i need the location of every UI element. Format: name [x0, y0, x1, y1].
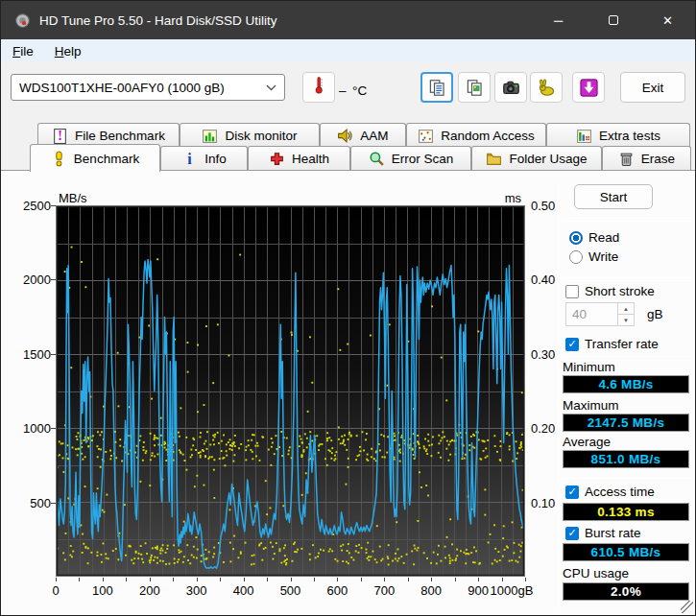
menu-help[interactable]: Help — [45, 42, 91, 60]
separator — [563, 356, 691, 357]
copy-image-button[interactable] — [458, 72, 491, 103]
x-tick-mark — [267, 578, 268, 581]
download-arrow-icon — [580, 79, 598, 97]
tab-label: File Benchmark — [75, 129, 165, 143]
x-tick-mark — [173, 578, 174, 581]
tab-strip: !File BenchmarkDisk monitorAAMRandom Acc… — [1, 118, 695, 170]
y-left-tick-label: 1500 — [12, 347, 51, 362]
temperature-button[interactable] — [302, 72, 335, 103]
save-results-button[interactable] — [572, 72, 605, 103]
app-window: HD Tune Pro 5.50 - Hard Disk/SSD Utility… — [0, 0, 696, 616]
write-radio[interactable]: Write — [569, 249, 618, 264]
panel-separator — [558, 181, 559, 611]
write-radio-circle[interactable] — [569, 250, 583, 264]
x-tick-mark — [150, 578, 151, 581]
minimum-value: 4.6 MB/s — [563, 375, 689, 393]
read-radio-label: Read — [588, 230, 619, 245]
resize-grip[interactable] — [681, 601, 693, 613]
toolbar: WDS100T1XHE-00AFY0 (1000 gB) – °C Exit — [1, 62, 695, 118]
read-radio[interactable]: Read — [569, 230, 619, 245]
bulb-icon — [51, 151, 67, 167]
y-right-tick-label: 0.50 — [531, 199, 555, 213]
x-tick-mark — [455, 578, 456, 581]
spinner-up-icon[interactable]: ▲ — [618, 303, 634, 315]
menu-file[interactable]: File — [3, 42, 43, 60]
device-select[interactable]: WDS100T1XHE-00AFY0 (1000 gB) — [11, 74, 285, 101]
maximize-button[interactable] — [586, 1, 640, 39]
title-bar: HD Tune Pro 5.50 - Hard Disk/SSD Utility… — [1, 1, 695, 39]
access-time-label: Access time — [585, 485, 655, 499]
tab-label: Error Scan — [392, 152, 454, 166]
folder-icon — [486, 151, 502, 167]
cpu-usage-label: CPU usage — [563, 566, 629, 580]
burst-rate-value: 610.5 MB/s — [563, 543, 689, 561]
transfer-rate-checkbox[interactable]: ✓ Transfer rate — [565, 337, 659, 351]
tab-folder-usage[interactable]: Folder Usage — [471, 146, 602, 171]
spinner-buttons[interactable]: ▲▼ — [617, 303, 634, 325]
rabbit-icon — [538, 79, 556, 97]
temperature-value: – — [339, 83, 347, 98]
transfer-rate-checkbox-box[interactable]: ✓ — [565, 338, 579, 351]
x-tick-mark — [431, 578, 432, 581]
burst-rate-checkbox[interactable]: ✓ Burst rate — [565, 526, 641, 540]
menu-bar: FileHelp — [1, 39, 695, 62]
cross-icon — [269, 151, 285, 167]
minimize-button[interactable]: ─ — [531, 1, 586, 39]
exit-button[interactable]: Exit — [620, 72, 685, 103]
write-radio-label: Write — [588, 249, 618, 264]
tab-error-scan[interactable]: Error Scan — [350, 146, 471, 171]
camera-icon — [502, 79, 520, 97]
start-button[interactable]: Start — [574, 184, 653, 209]
y-left-axis-unit: MB/s — [59, 191, 87, 205]
speaker-icon — [337, 128, 353, 144]
screenshot-button[interactable] — [494, 72, 527, 103]
transfer-rate-label: Transfer rate — [585, 337, 659, 351]
x-tick-label: 1000gB — [483, 583, 540, 598]
close-button[interactable]: ✕ — [640, 1, 695, 39]
tab-disk-monitor[interactable]: Disk monitor — [180, 123, 320, 147]
spinner-down-icon[interactable]: ▼ — [618, 315, 634, 325]
access-time-checkbox-box[interactable]: ✓ — [565, 486, 579, 499]
tab-info[interactable]: iInfo — [160, 146, 248, 171]
y-right-tick-label: 0.30 — [531, 347, 555, 362]
copy-text-icon — [428, 79, 446, 97]
copy-text-button[interactable] — [420, 72, 453, 103]
tab-benchmark[interactable]: Benchmark — [30, 144, 160, 172]
benchmark-plot — [56, 205, 525, 577]
burst-rate-label: Burst rate — [585, 526, 641, 540]
x-tick-mark — [478, 578, 479, 581]
tab-health[interactable]: Health — [248, 146, 350, 171]
tab-erase[interactable]: Erase — [602, 146, 691, 171]
x-tick-mark — [361, 578, 362, 581]
tab-label: Disk monitor — [225, 129, 297, 143]
short-stroke-size-input[interactable]: 40 ▲▼ — [565, 302, 635, 326]
x-tick-mark — [56, 578, 57, 581]
short-stroke-checkbox-box[interactable] — [565, 285, 579, 298]
speed-options-button[interactable] — [530, 72, 563, 103]
bar-chart-icon — [202, 128, 218, 144]
access-time-value: 0.133 ms — [563, 503, 689, 521]
y-left-tick-label: 2000 — [12, 272, 51, 287]
tab-extra-tests[interactable]: Extra tests — [546, 123, 690, 147]
x-tick-mark — [525, 578, 526, 581]
tab-random-access[interactable]: Random Access — [406, 123, 546, 147]
extra-icon — [576, 128, 592, 144]
read-radio-circle[interactable] — [569, 231, 583, 245]
average-value: 851.0 MB/s — [563, 450, 689, 468]
short-stroke-checkbox[interactable]: Short stroke — [565, 284, 655, 298]
tab-aam[interactable]: AAM — [320, 123, 406, 147]
average-label: Average — [563, 435, 611, 449]
maximum-label: Maximum — [563, 398, 619, 413]
access-time-checkbox[interactable]: ✓ Access time — [565, 485, 655, 499]
x-tick-mark — [314, 578, 315, 581]
separator — [563, 221, 691, 222]
exit-button-label: Exit — [642, 81, 664, 95]
x-tick-mark — [502, 578, 503, 581]
tab-label: Random Access — [441, 129, 535, 143]
y-right-tick-label: 0.10 — [531, 496, 555, 510]
x-tick-mark — [220, 578, 221, 581]
burst-rate-checkbox-box[interactable]: ✓ — [565, 527, 579, 540]
short-stroke-size-value[interactable]: 40 — [566, 303, 617, 325]
x-tick-mark — [337, 578, 338, 581]
short-stroke-label: Short stroke — [585, 284, 655, 298]
